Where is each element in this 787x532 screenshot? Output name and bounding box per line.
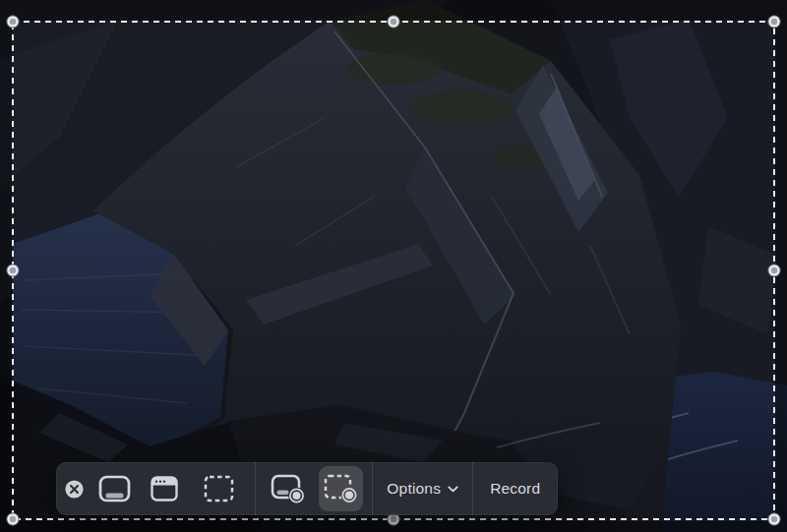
capture-entire-screen-button[interactable] bbox=[92, 466, 136, 511]
close-icon bbox=[64, 479, 85, 500]
record-button-label: Record bbox=[490, 480, 540, 498]
close-button[interactable] bbox=[63, 466, 85, 511]
record-entire-screen-icon bbox=[271, 474, 305, 503]
selection-handle-middle-right[interactable] bbox=[768, 265, 780, 276]
toolbar-divider bbox=[255, 462, 256, 515]
selection-handle-bottom-left[interactable] bbox=[7, 513, 19, 525]
capture-selected-portion-icon bbox=[204, 475, 234, 502]
record-selected-portion-button[interactable] bbox=[319, 466, 363, 511]
chevron-down-icon bbox=[448, 486, 458, 493]
selection-handle-top-center[interactable] bbox=[388, 16, 399, 28]
capture-selected-portion-button[interactable] bbox=[197, 466, 240, 511]
screen-capture-overlay: Options Record bbox=[0, 0, 787, 532]
capture-selected-window-icon bbox=[151, 476, 178, 502]
capture-entire-screen-icon bbox=[98, 475, 131, 502]
record-selected-portion-icon bbox=[324, 474, 358, 503]
selection-handle-middle-left[interactable] bbox=[7, 265, 19, 276]
options-button[interactable]: Options bbox=[373, 462, 472, 515]
selection-handle-top-left[interactable] bbox=[7, 16, 19, 28]
record-button[interactable]: Record bbox=[473, 462, 557, 515]
capture-selected-window-button[interactable] bbox=[143, 466, 186, 511]
screenshot-toolbar: Options Record bbox=[56, 462, 558, 515]
selection-border[interactable] bbox=[13, 22, 774, 519]
record-entire-screen-button[interactable] bbox=[266, 466, 309, 511]
selection-handle-bottom-right[interactable] bbox=[768, 513, 780, 525]
selection-overlay bbox=[0, 0, 787, 532]
options-button-label: Options bbox=[387, 480, 441, 498]
selection-handle-top-right[interactable] bbox=[768, 16, 780, 28]
